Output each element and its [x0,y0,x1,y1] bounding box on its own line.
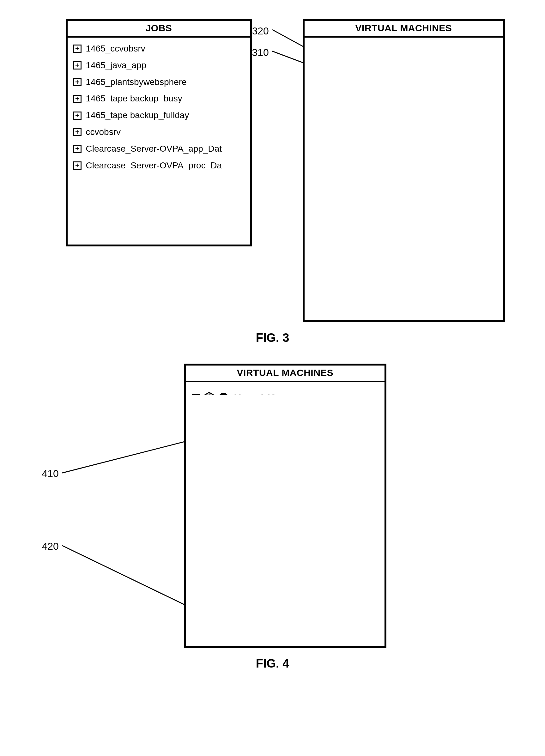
job-item[interactable]: 1465_tape backup_busy [73,94,245,104]
job-item[interactable]: 1465_tape backup_fullday [73,111,245,120]
job-label: 1465_plantsbywebsphere [86,77,187,87]
callout-410: 410 [42,468,59,480]
collapse-icon[interactable] [192,394,200,395]
host-node[interactable]: STOP Host 142 [192,392,276,395]
job-label: 1465_tape backup_busy [86,94,182,104]
job-label: 1465_tape backup_fullday [86,111,189,120]
callout-320: 320 [252,25,269,37]
vm-title: VIRTUAL MACHINES [186,366,385,382]
expand-icon[interactable] [73,128,82,136]
expand-icon[interactable] [73,78,82,86]
job-label: ccvobsrv [86,127,121,137]
job-item[interactable]: 1465_java_app [73,61,245,70]
host-icon [203,392,216,395]
job-label: 1465_ccvobsrv [86,44,145,54]
vm-title: VIRTUAL MACHINES [305,21,503,38]
jobs-title: JOBS [68,21,250,38]
job-item[interactable]: Clearcase_Server-OVPA_app_Dat [73,144,245,154]
jobs-list: 1465_ccvobsrv 1465_java_app 1465_plantsb… [73,44,245,170]
figure-label-4: FIG. 4 [13,657,532,670]
expand-icon[interactable] [73,112,82,120]
callout-420: 420 [42,541,59,552]
svg-line-7 [62,546,203,614]
vm-panel-fig3: VIRTUAL MACHINES Host 142 W [303,19,505,322]
stop-icon: STOP [218,393,229,395]
job-label: Clearcase_Server-OVPA_app_Dat [86,144,222,154]
job-item[interactable]: 1465_plantsbywebsphere [73,77,245,87]
job-label: Clearcase_Server-OVPA_proc_Da [86,161,222,171]
job-item[interactable]: Clearcase_Server-OVPA_proc_Da [73,161,245,171]
vm-panel-fig4: VIRTUAL MACHINES STOP Host 142 [184,364,386,648]
job-item[interactable]: 1465_ccvobsrv [73,44,245,54]
jobs-panel: JOBS 1465_ccvobsrv 1465_java_app 1465_pl… [66,19,252,246]
job-label: 1465_java_app [86,61,147,70]
expand-icon[interactable] [73,45,82,53]
expand-icon[interactable] [73,61,82,70]
expand-icon[interactable] [73,95,82,103]
expand-icon[interactable] [73,145,82,153]
svg-line-6 [62,438,198,473]
job-item[interactable]: ccvobsrv [73,127,245,137]
host-label: Host 142 [234,393,276,395]
figure-label-3: FIG. 3 [13,331,532,345]
svg-line-0 [272,30,307,49]
callout-310: 310 [252,47,269,58]
expand-icon[interactable] [73,161,82,170]
